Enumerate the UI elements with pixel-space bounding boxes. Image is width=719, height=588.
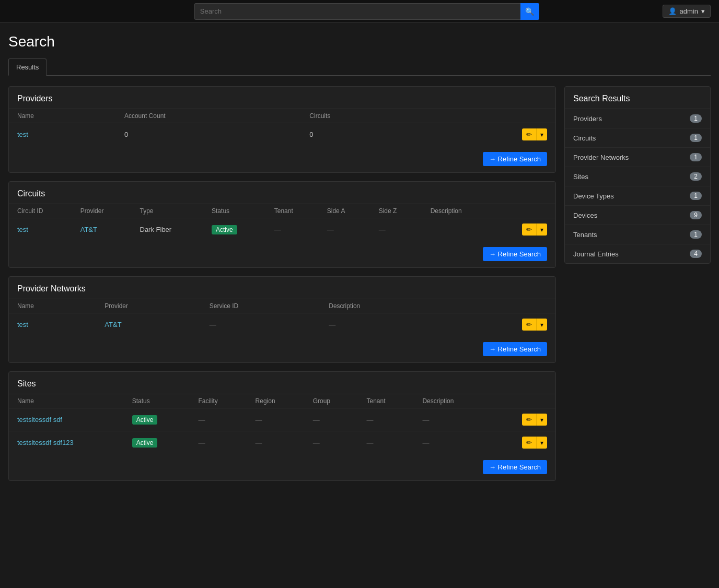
user-menu[interactable]: 👤 admin ▾ — [663, 5, 711, 18]
circuits-heading: Circuits — [9, 182, 555, 204]
pn-col-actions — [446, 299, 555, 313]
site-edit-button-0[interactable]: ✏ — [522, 414, 537, 426]
provider-dropdown-button[interactable]: ▾ — [537, 128, 547, 140]
sidebar-label-provider-networks: Provider Networks — [573, 154, 629, 161]
sidebar-item-journal-entries[interactable]: Journal Entries 4 — [565, 244, 710, 263]
left-column: Providers Name Account Count Circuits te… — [8, 86, 556, 481]
status-badge: Active — [132, 415, 158, 425]
circuit-sidea: — — [319, 218, 370, 241]
sites-col-facility: Facility — [190, 394, 247, 408]
page-title: Search — [8, 33, 711, 50]
search-results-sidebar: Search Results Providers 1 Circuits 1 Pr… — [564, 86, 711, 264]
sidebar-item-providers[interactable]: Providers 1 — [565, 109, 710, 128]
sidebar-label-circuits: Circuits — [573, 134, 596, 142]
sidebar-count-journal-entries: 4 — [690, 250, 702, 258]
providers-table: Name Account Count Circuits test 0 0 — [9, 109, 555, 146]
circuits-refine-button[interactable]: → Refine Search — [483, 247, 547, 261]
sidebar-count-circuits: 1 — [690, 134, 702, 142]
pn-provider-link[interactable]: AT&T — [105, 321, 121, 328]
site-tenant-1: — — [358, 431, 414, 454]
sidebar-item-circuits[interactable]: Circuits 1 — [565, 128, 710, 148]
provider-circuits: 0 — [301, 123, 422, 146]
circuit-id-link[interactable]: test — [17, 226, 28, 233]
pn-col-provider: Provider — [96, 299, 201, 313]
site-group-0: — — [305, 408, 358, 431]
providers-refine-wrap: → Refine Search — [9, 146, 555, 172]
circuit-action-group: ✏ ▾ — [522, 224, 547, 236]
circuits-col-status: Status — [203, 204, 266, 218]
sidebar-item-tenants[interactable]: Tenants 1 — [565, 225, 710, 244]
site-desc-1: — — [414, 431, 490, 454]
sidebar-count-providers: 1 — [690, 114, 702, 123]
provider-name-link[interactable]: test — [17, 131, 28, 138]
pn-refine-button[interactable]: → Refine Search — [483, 342, 547, 356]
sites-heading: Sites — [9, 372, 555, 394]
site-region-1: — — [247, 431, 305, 454]
status-badge: Active — [212, 225, 237, 234]
sites-refine-wrap: → Refine Search — [9, 454, 555, 480]
pn-refine-wrap: → Refine Search — [9, 336, 555, 362]
site-desc-0: — — [414, 408, 490, 431]
sites-col-tenant: Tenant — [358, 394, 414, 408]
circuits-col-tenant: Tenant — [266, 204, 319, 218]
sites-col-region: Region — [247, 394, 305, 408]
table-row: testsitessdf sdf123 Active — — — — — ✏ ▾ — [9, 431, 555, 454]
search-input[interactable]: Search — [194, 3, 520, 20]
provider-networks-section: Provider Networks Name Provider Service … — [8, 276, 556, 363]
topnav: Search 🔍 👤 admin ▾ — [0, 0, 719, 23]
sidebar-count-devices: 9 — [690, 211, 702, 219]
site-name-link-0[interactable]: testsitessdf sdf — [17, 416, 62, 424]
provider-account-count: 0 — [116, 123, 301, 146]
site-edit-button-1[interactable]: ✏ — [522, 437, 537, 449]
user-dropdown-icon: ▾ — [701, 7, 705, 15]
main-layout: Providers Name Account Count Circuits te… — [8, 86, 711, 481]
circuits-col-sidez: Side Z — [370, 204, 422, 218]
sidebar-label-device-types: Device Types — [573, 192, 614, 200]
circuit-edit-button[interactable]: ✏ — [522, 224, 537, 236]
sidebar-label-sites: Sites — [573, 173, 588, 181]
sites-col-actions — [490, 394, 555, 408]
sidebar-label-tenants: Tenants — [573, 231, 597, 239]
providers-refine-button[interactable]: → Refine Search — [483, 152, 547, 166]
sites-col-status: Status — [124, 394, 190, 408]
tabs-bar: Results — [8, 58, 711, 76]
page-content: Search Results Providers Name Account Co… — [0, 23, 719, 491]
circuits-col-desc: Description — [422, 204, 494, 218]
circuit-provider-link[interactable]: AT&T — [80, 226, 97, 233]
provider-edit-button[interactable]: ✏ — [522, 128, 537, 140]
providers-section: Providers Name Account Count Circuits te… — [8, 86, 556, 173]
pn-name-link[interactable]: test — [17, 321, 28, 328]
site-action-group-1: ✏ ▾ — [522, 437, 547, 449]
site-dropdown-button-1[interactable]: ▾ — [537, 437, 547, 449]
sidebar-item-device-types[interactable]: Device Types 1 — [565, 186, 710, 206]
pn-col-serviceid: Service ID — [201, 299, 320, 313]
search-results-heading: Search Results — [565, 87, 710, 109]
table-row: test AT&T Dark Fiber Active — — — ✏ — [9, 218, 555, 241]
pn-dropdown-button[interactable]: ▾ — [537, 319, 547, 331]
tab-results[interactable]: Results — [8, 58, 47, 76]
circuit-dropdown-button[interactable]: ▾ — [537, 224, 547, 236]
sidebar-item-provider-networks[interactable]: Provider Networks 1 — [565, 148, 710, 167]
sites-refine-button[interactable]: → Refine Search — [483, 460, 547, 474]
pn-col-desc: Description — [320, 299, 446, 313]
table-row: testsitessdf sdf Active — — — — — ✏ ▾ — [9, 408, 555, 431]
sidebar-count-provider-networks: 1 — [690, 153, 702, 161]
sidebar-item-devices[interactable]: Devices 9 — [565, 206, 710, 225]
providers-col-name: Name — [9, 109, 116, 123]
sidebar-item-sites[interactable]: Sites 2 — [565, 167, 710, 186]
site-name-link-1[interactable]: testsitessdf sdf123 — [17, 439, 74, 446]
sites-col-group: Group — [305, 394, 358, 408]
circuits-col-type: Type — [132, 204, 204, 218]
site-region-0: — — [247, 408, 305, 431]
sidebar-count-device-types: 1 — [690, 192, 702, 200]
provider-networks-table: Name Provider Service ID Description tes… — [9, 299, 555, 336]
providers-col-account: Account Count — [116, 109, 301, 123]
circuit-desc — [422, 218, 494, 241]
sidebar-count-sites: 2 — [690, 172, 702, 181]
providers-heading: Providers — [9, 87, 555, 109]
circuits-col-actions — [493, 204, 555, 218]
site-dropdown-button-0[interactable]: ▾ — [537, 414, 547, 426]
pn-edit-button[interactable]: ✏ — [522, 319, 537, 331]
circuits-section: Circuits Circuit ID Provider Type Status… — [8, 181, 556, 268]
search-button[interactable]: 🔍 — [520, 3, 539, 20]
